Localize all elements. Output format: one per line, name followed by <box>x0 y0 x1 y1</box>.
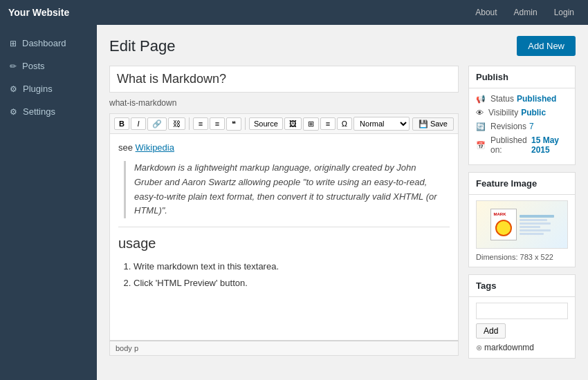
top-nav-links: About Admin Login <box>470 5 580 20</box>
admin-link[interactable]: Admin <box>508 5 543 20</box>
ordered-list-button[interactable]: ≡ <box>193 117 208 130</box>
revisions-label: Revisions <box>490 122 526 131</box>
revisions-value[interactable]: 7 <box>529 122 534 131</box>
sidebar: ⊞ Dashboard ✏ Posts ⚙ Plugins ⚙ Settings <box>0 25 97 380</box>
visibility-value: Public <box>521 108 546 117</box>
feature-image-box: Feature Image MARK <box>468 172 576 267</box>
source-button[interactable]: Source <box>249 117 283 130</box>
instructions-list: Write markdown text in this textarea. Cl… <box>118 258 450 291</box>
feature-image-title: Feature Image <box>469 173 575 195</box>
toolbar-separator-2 <box>245 117 246 130</box>
tags-title: Tags <box>469 275 575 297</box>
feature-image-body: MARK <box>469 195 575 267</box>
feature-image-preview[interactable]: MARK <box>476 200 568 249</box>
tag-remove-icon[interactable]: ⊗ <box>476 343 482 352</box>
page-slug: what-is-markdown <box>109 98 459 108</box>
revisions-icon: 🔄 <box>476 122 486 131</box>
status-value: Published <box>517 94 556 104</box>
editor-toolbar: B I 🔗 ⛓ ≡ ≡ ❝ Source 🖼 ⊞ ≡ Ω Normal <box>109 113 459 133</box>
blockquote: Markdown is a lightweight markup languag… <box>124 161 444 218</box>
tags-box: Tags Add ⊗ markdownmd <box>468 274 576 359</box>
add-tag-button[interactable]: Add <box>476 323 506 339</box>
layout: ⊞ Dashboard ✏ Posts ⚙ Plugins ⚙ Settings… <box>0 25 588 380</box>
editor-footer: body p <box>109 341 459 356</box>
revisions-row: 🔄 Revisions 7 <box>476 122 568 131</box>
published-row: 📅 Published on: 15 May 2015 <box>476 135 568 155</box>
editor-body[interactable]: see Wikipedia Markdown is a lightweight … <box>109 133 459 341</box>
format-select[interactable]: Normal Heading 1 Heading 2 <box>353 117 410 131</box>
top-navigation: Your Website About Admin Login <box>0 0 588 25</box>
posts-icon: ✏ <box>10 61 17 71</box>
unordered-list-button[interactable]: ≡ <box>210 117 225 130</box>
login-link[interactable]: Login <box>549 5 580 20</box>
dashboard-icon: ⊞ <box>10 39 17 48</box>
blockquote-button[interactable]: ❝ <box>226 117 241 131</box>
sidebar-item-label: Dashboard <box>22 38 66 48</box>
list-item-1: Write markdown text in this textarea. <box>134 258 450 274</box>
published-label: Published on: <box>490 135 529 155</box>
visibility-label: Visibility <box>488 108 518 117</box>
image-dimensions: Dimensions: 783 x 522 <box>476 253 568 261</box>
right-panel: Publish 📢 Status Published 👁 Visibility … <box>468 66 576 359</box>
tags-body: Add ⊗ markdownmd <box>469 297 575 358</box>
bold-button[interactable]: B <box>114 117 129 130</box>
page-title: Edit Page <box>109 37 175 55</box>
link-button[interactable]: 🔗 <box>147 117 167 131</box>
italic-button[interactable]: I <box>131 117 146 130</box>
content-area: what-is-markdown B I 🔗 ⛓ ≡ ≡ ❝ Source 🖼 … <box>109 66 576 359</box>
sidebar-item-label: Plugins <box>23 84 53 94</box>
page-header: Edit Page Add New <box>109 36 576 56</box>
usage-heading: usage <box>118 236 450 251</box>
save-button[interactable]: 💾 Save <box>412 117 454 131</box>
divider-1 <box>118 227 450 227</box>
unlink-button[interactable]: ⛓ <box>168 117 185 130</box>
list-item-2: Click 'HTML Preview' button. <box>134 275 450 291</box>
visibility-icon: 👁 <box>476 108 484 117</box>
editor-panel: what-is-markdown B I 🔗 ⛓ ≡ ≡ ❝ Source 🖼 … <box>109 66 459 359</box>
status-label: Status <box>490 94 514 104</box>
sidebar-item-plugins[interactable]: ⚙ Plugins <box>0 77 97 100</box>
tag-item: ⊗ markdownmd <box>476 343 568 352</box>
image-button[interactable]: 🖼 <box>284 117 302 130</box>
main-content: Edit Page Add New what-is-markdown B I 🔗… <box>97 25 588 380</box>
visibility-row: 👁 Visibility Public <box>476 108 568 117</box>
see-text: see <box>118 142 133 153</box>
align-button[interactable]: ≡ <box>320 117 336 130</box>
sidebar-item-label: Settings <box>23 106 55 117</box>
toolbar-separator <box>189 117 190 130</box>
publish-box-title: Publish <box>469 66 575 88</box>
add-new-button[interactable]: Add New <box>517 36 576 56</box>
sidebar-item-settings[interactable]: ⚙ Settings <box>0 100 97 123</box>
published-icon: 📅 <box>476 141 486 150</box>
sidebar-item-posts[interactable]: ✏ Posts <box>0 55 97 77</box>
about-link[interactable]: About <box>470 5 502 20</box>
sidebar-item-dashboard[interactable]: ⊞ Dashboard <box>0 32 97 55</box>
sidebar-item-label: Posts <box>22 61 45 71</box>
publish-box: Publish 📢 Status Published 👁 Visibility … <box>468 66 576 165</box>
tags-input[interactable] <box>476 303 568 319</box>
page-title-input[interactable] <box>109 66 459 93</box>
status-row: 📢 Status Published <box>476 94 568 104</box>
settings-icon: ⚙ <box>10 107 17 117</box>
plugins-icon: ⚙ <box>10 84 17 94</box>
see-line: see Wikipedia <box>118 142 450 153</box>
tag-label: markdownmd <box>484 343 534 352</box>
table-button[interactable]: ⊞ <box>303 117 319 131</box>
special-char-button[interactable]: Ω <box>337 117 352 130</box>
published-value: 15 May 2015 <box>531 135 568 155</box>
site-title: Your Website <box>8 7 69 18</box>
wikipedia-link[interactable]: Wikipedia <box>136 142 174 153</box>
feature-image-thumbnail: MARK <box>477 201 567 248</box>
publish-box-body: 📢 Status Published 👁 Visibility Public 🔄… <box>469 88 575 164</box>
status-icon: 📢 <box>476 95 486 104</box>
